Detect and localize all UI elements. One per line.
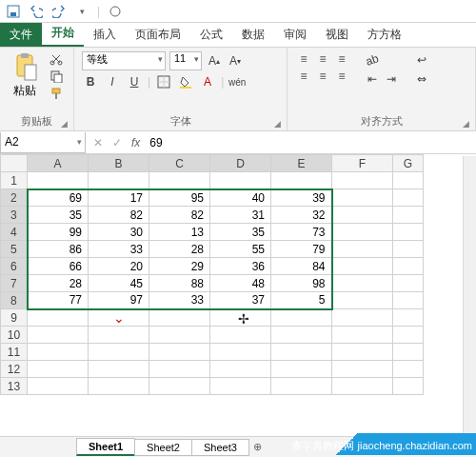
phonetic-icon[interactable]: wén bbox=[228, 73, 246, 90]
ribbon: 粘贴 剪贴板◢ 等线 11 A▴ A▾ B I U | bbox=[0, 48, 476, 131]
vertical-scrollbar[interactable] bbox=[463, 156, 476, 434]
tab-extra[interactable]: 方方格 bbox=[358, 23, 411, 47]
indent-increase-icon[interactable]: ⇥ bbox=[383, 70, 400, 88]
copy-icon[interactable] bbox=[48, 69, 65, 84]
row-header[interactable]: 8 bbox=[1, 292, 28, 309]
fx-icon[interactable]: fx bbox=[131, 136, 140, 149]
underline-button[interactable]: U bbox=[126, 73, 143, 90]
tab-layout[interactable]: 页面布局 bbox=[126, 23, 190, 47]
worksheet-area: A B C D E F G 1 26917954039 33582823132 … bbox=[0, 154, 476, 436]
svg-rect-5 bbox=[25, 65, 36, 80]
svg-rect-4 bbox=[21, 53, 29, 58]
paste-button[interactable]: 粘贴 bbox=[8, 51, 42, 101]
ribbon-tabs: 文件 开始 插入 页面布局 公式 数据 审阅 视图 方方格 bbox=[0, 23, 476, 48]
row-header[interactable]: 9 bbox=[1, 309, 28, 327]
font-color-icon[interactable]: A bbox=[199, 73, 216, 90]
chevron-down-icon: ⌄ bbox=[89, 310, 149, 326]
col-header[interactable]: D bbox=[210, 155, 271, 172]
col-header[interactable]: B bbox=[89, 155, 149, 172]
row-header[interactable]: 5 bbox=[1, 241, 28, 258]
group-clipboard: 粘贴 剪贴板◢ bbox=[0, 48, 74, 130]
tab-insert[interactable]: 插入 bbox=[84, 23, 126, 47]
formula-bar: A2 ✕ ✓ fx 69 bbox=[0, 131, 476, 154]
group-font: 等线 11 A▴ A▾ B I U | A | wén 字体◢ bbox=[74, 48, 288, 130]
svg-rect-1 bbox=[10, 12, 16, 16]
sheet-tab[interactable]: Sheet3 bbox=[191, 439, 249, 456]
name-box[interactable]: A2 bbox=[0, 132, 86, 153]
align-bottom-icon[interactable]: ≡ bbox=[333, 51, 350, 67]
col-header[interactable]: E bbox=[271, 155, 332, 172]
borders-icon[interactable] bbox=[155, 73, 172, 90]
italic-button[interactable]: I bbox=[104, 73, 121, 90]
align-left-icon[interactable]: ≡ bbox=[295, 69, 312, 84]
paste-label: 粘贴 bbox=[13, 83, 36, 99]
svg-point-2 bbox=[110, 7, 120, 16]
col-header[interactable]: F bbox=[332, 155, 393, 172]
align-center-icon[interactable]: ≡ bbox=[314, 69, 331, 84]
redo-icon[interactable] bbox=[51, 4, 67, 19]
font-name-select[interactable]: 等线 bbox=[82, 51, 166, 70]
format-painter-icon[interactable] bbox=[48, 86, 65, 101]
font-size-select[interactable]: 11 bbox=[169, 51, 202, 70]
orientation-icon[interactable]: ab bbox=[361, 49, 383, 70]
cancel-icon[interactable]: ✕ bbox=[93, 136, 103, 149]
group-label-align: 对齐方式◢ bbox=[295, 113, 467, 129]
watermark: 查字典教程网 jiaocheng.chazidian.com bbox=[265, 433, 476, 455]
svg-rect-9 bbox=[54, 74, 62, 83]
grow-font-icon[interactable]: A▴ bbox=[206, 52, 223, 69]
row-header[interactable]: 1 bbox=[1, 172, 28, 189]
tab-data[interactable]: 数据 bbox=[232, 23, 274, 47]
row-header[interactable]: 6 bbox=[1, 258, 28, 275]
row-header[interactable]: 4 bbox=[1, 224, 28, 241]
col-header[interactable]: G bbox=[393, 155, 424, 172]
tab-file[interactable]: 文件 bbox=[0, 23, 42, 47]
svg-rect-10 bbox=[52, 89, 60, 93]
row-header[interactable]: 11 bbox=[1, 344, 28, 361]
row-header[interactable]: 3 bbox=[1, 207, 28, 224]
indent-decrease-icon[interactable]: ⇤ bbox=[364, 70, 381, 88]
row-header[interactable]: 13 bbox=[1, 378, 28, 395]
tab-view[interactable]: 视图 bbox=[316, 23, 358, 47]
quick-access-toolbar: ▾ | bbox=[0, 0, 476, 23]
col-header[interactable]: C bbox=[149, 155, 210, 172]
group-label-clipboard: 剪贴板◢ bbox=[8, 113, 66, 129]
grid[interactable]: A B C D E F G 1 26917954039 33582823132 … bbox=[0, 154, 424, 395]
undo-icon[interactable] bbox=[29, 4, 44, 19]
group-alignment: ≡≡≡ ≡≡≡ ab ⇤ ⇥ ↩ ⇔ 对齐方式◢ bbox=[288, 48, 476, 130]
cut-icon[interactable] bbox=[48, 51, 65, 67]
dialog-launcher-icon[interactable]: ◢ bbox=[274, 119, 281, 129]
wrap-text-icon[interactable]: ↩ bbox=[413, 51, 430, 69]
row-header[interactable]: 10 bbox=[1, 327, 28, 344]
fill-color-icon[interactable] bbox=[177, 73, 194, 90]
touch-mode-icon[interactable] bbox=[108, 4, 123, 19]
svg-rect-11 bbox=[55, 93, 57, 99]
formula-value[interactable]: 69 bbox=[148, 136, 164, 149]
bold-button[interactable]: B bbox=[82, 73, 99, 90]
align-grid: ≡≡≡ ≡≡≡ bbox=[295, 51, 350, 84]
tab-home[interactable]: 开始 bbox=[42, 21, 84, 47]
active-cell[interactable]: 69 bbox=[28, 189, 89, 207]
merge-center-icon[interactable]: ⇔ bbox=[413, 70, 430, 88]
select-all-corner[interactable] bbox=[1, 155, 28, 172]
group-label-font: 字体◢ bbox=[82, 113, 279, 129]
row-header[interactable]: 7 bbox=[1, 275, 28, 292]
row-header[interactable]: 12 bbox=[1, 361, 28, 378]
dialog-launcher-icon[interactable]: ◢ bbox=[61, 119, 68, 129]
row-header[interactable]: 2 bbox=[1, 189, 28, 207]
tab-formulas[interactable]: 公式 bbox=[190, 23, 232, 47]
svg-rect-13 bbox=[180, 87, 191, 89]
align-right-icon[interactable]: ≡ bbox=[333, 69, 350, 84]
sheet-tab[interactable]: Sheet1 bbox=[76, 438, 135, 456]
tab-review[interactable]: 审阅 bbox=[274, 23, 316, 47]
align-middle-icon[interactable]: ≡ bbox=[314, 51, 331, 67]
save-icon[interactable] bbox=[6, 4, 21, 19]
enter-icon[interactable]: ✓ bbox=[112, 136, 122, 149]
align-top-icon[interactable]: ≡ bbox=[295, 51, 312, 67]
dialog-launcher-icon[interactable]: ◢ bbox=[463, 119, 469, 129]
qat-more-icon[interactable]: ▾ bbox=[74, 4, 89, 19]
shrink-font-icon[interactable]: A▾ bbox=[227, 52, 244, 69]
col-header[interactable]: A bbox=[28, 155, 89, 172]
sheet-tab[interactable]: Sheet2 bbox=[134, 439, 192, 456]
